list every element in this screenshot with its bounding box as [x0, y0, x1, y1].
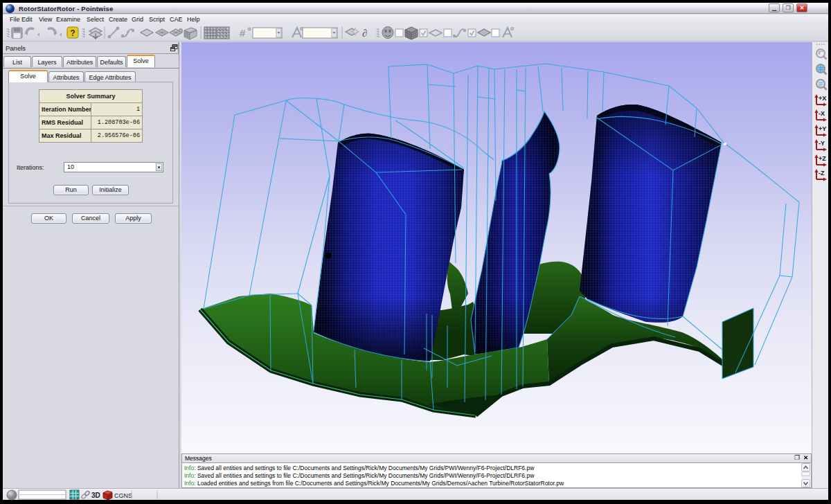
svg-text:-Z: -Z	[819, 170, 825, 177]
svg-text:+Z: +Z	[819, 155, 826, 162]
svg-text:?: ?	[70, 28, 75, 38]
svg-text:+Y: +Y	[819, 125, 826, 132]
svg-text:CGNS: CGNS	[114, 492, 132, 499]
svg-text:-Y: -Y	[819, 140, 825, 147]
svg-text:-X: -X	[819, 110, 825, 117]
svg-text:3D: 3D	[91, 492, 100, 499]
svg-text:+X: +X	[819, 95, 826, 102]
svg-text:#: #	[240, 27, 246, 39]
svg-text:∂: ∂	[362, 28, 367, 39]
